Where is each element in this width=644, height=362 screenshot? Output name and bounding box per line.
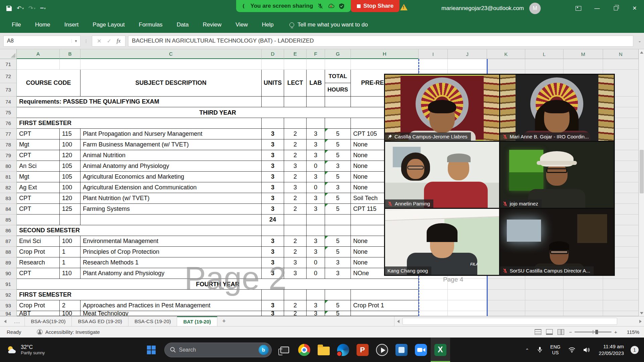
warning-icon[interactable] bbox=[400, 4, 408, 10]
save-icon[interactable] bbox=[6, 5, 12, 11]
row-header-75[interactable]: 75 bbox=[0, 107, 17, 118]
restore-button[interactable] bbox=[606, 0, 625, 16]
participant-tile-3[interactable]: Annelin Paming bbox=[385, 142, 499, 208]
excel-icon[interactable]: X bbox=[431, 338, 450, 362]
scroll-down-icon[interactable] bbox=[639, 310, 644, 316]
row-header-82[interactable]: 82 bbox=[0, 182, 17, 193]
column-header-E[interactable]: E bbox=[284, 49, 307, 59]
wifi-icon[interactable] bbox=[565, 338, 579, 362]
row-header-93[interactable]: 93 bbox=[0, 300, 17, 311]
photos-icon[interactable] bbox=[392, 338, 411, 362]
vertical-scrollbar[interactable] bbox=[639, 49, 644, 316]
column-header-M[interactable]: M bbox=[564, 49, 603, 59]
horizontal-scroll-thumb[interactable] bbox=[402, 318, 617, 325]
customize-toolbar-icon[interactable]: ▾ bbox=[40, 7, 46, 10]
row-header-81[interactable]: 81 bbox=[0, 172, 17, 182]
new-sheet-button[interactable]: + bbox=[217, 316, 231, 326]
sheet-list-ellipsis[interactable]: ... bbox=[10, 316, 25, 326]
page-break-preview-icon[interactable] bbox=[557, 329, 564, 335]
column-header-G[interactable]: G bbox=[325, 49, 351, 59]
sheet-tab-bsa-ag-ed-19-20-[interactable]: BSA AG ED (19-20) bbox=[72, 316, 128, 326]
scroll-right-icon[interactable] bbox=[637, 316, 644, 326]
ribbon-tab-review[interactable]: Review bbox=[196, 16, 229, 33]
column-header-A[interactable]: A bbox=[17, 49, 60, 59]
horizontal-scroll-track[interactable] bbox=[402, 316, 637, 326]
participant-tile-2[interactable]: Mari Anne B. Gojar - IRO Coordin... bbox=[500, 75, 614, 141]
row-header-86[interactable]: 86 bbox=[0, 225, 17, 236]
hidden-icons-chevron[interactable]: ⌃ bbox=[521, 338, 533, 362]
formula-bar-expand-icon[interactable]: ⌄ bbox=[635, 39, 644, 43]
sheet-tab-bat-19-20-[interactable]: BAT (19-20) bbox=[177, 316, 217, 326]
insert-function-icon[interactable]: fx bbox=[117, 38, 121, 44]
row-header-80[interactable]: 80 bbox=[0, 161, 17, 172]
row-header-91[interactable]: 91 bbox=[0, 279, 17, 290]
media-player-icon[interactable] bbox=[372, 338, 392, 362]
weather-widget[interactable]: 32°C Partly sunny bbox=[0, 338, 51, 362]
row-header-78[interactable]: 78 bbox=[0, 139, 17, 150]
column-header-L[interactable]: L bbox=[525, 49, 564, 59]
redo-icon[interactable]: ↷▾ bbox=[29, 5, 36, 12]
scroll-up-icon[interactable] bbox=[639, 49, 644, 55]
taskbar-search[interactable]: Search b bbox=[164, 343, 272, 357]
row-header-76[interactable]: 76 bbox=[0, 118, 17, 129]
row-header-85[interactable]: 85 bbox=[0, 215, 17, 225]
row-header-94[interactable]: 94 bbox=[0, 311, 17, 316]
select-all-corner[interactable] bbox=[0, 49, 17, 59]
row-header-92[interactable]: 92 bbox=[0, 290, 17, 300]
row-header-89[interactable]: 89 bbox=[0, 257, 17, 268]
ribbon-tab-home[interactable]: Home bbox=[28, 16, 57, 33]
volume-icon[interactable] bbox=[579, 338, 594, 362]
cancel-entry-icon[interactable]: ✕ bbox=[97, 38, 101, 44]
sheet-nav-left-icon[interactable] bbox=[0, 316, 10, 326]
close-button[interactable]: ✕ bbox=[625, 0, 644, 16]
row-header-88[interactable]: 88 bbox=[0, 247, 17, 257]
column-header-F[interactable]: F bbox=[307, 49, 325, 59]
participant-tile-4[interactable]: jojo martinez bbox=[500, 142, 614, 208]
zoom-in-icon[interactable]: + bbox=[614, 329, 617, 335]
edge-icon[interactable] bbox=[333, 338, 353, 362]
minimize-button[interactable]: — bbox=[588, 0, 606, 16]
row-header-79[interactable]: 79 bbox=[0, 150, 17, 161]
column-header-D[interactable]: D bbox=[262, 49, 284, 59]
video-call-panel[interactable]: Castilla Campus-Jerome LlabresMari Anne … bbox=[384, 74, 615, 276]
microphone-tray-icon[interactable] bbox=[533, 338, 546, 362]
tell-me-box[interactable]: Tell me what you want to do bbox=[289, 21, 368, 28]
stop-share-button[interactable]: Stop Share bbox=[351, 0, 399, 12]
task-view-icon[interactable] bbox=[275, 338, 294, 362]
zoom-app-icon[interactable] bbox=[411, 338, 431, 362]
row-header-71[interactable]: 71 bbox=[0, 59, 17, 70]
name-box[interactable]: A8 ▼ bbox=[3, 36, 80, 47]
avatar[interactable]: M bbox=[529, 3, 541, 14]
account-email[interactable]: marieannegojar23@outlook.com bbox=[441, 5, 524, 12]
bing-icon[interactable]: b bbox=[259, 345, 269, 355]
undo-icon[interactable]: ↶▾ bbox=[17, 5, 24, 12]
row-header-74[interactable]: 74 bbox=[0, 97, 17, 107]
normal-view-icon[interactable] bbox=[535, 329, 541, 335]
formula-input[interactable]: BACHELOR IN AGRICULTURAL TECHNOLOGY (BAT… bbox=[128, 36, 633, 47]
name-box-dropdown-icon[interactable]: ▼ bbox=[71, 39, 80, 43]
language-indicator[interactable]: ENG US bbox=[546, 338, 565, 362]
ribbon-tab-formulas[interactable]: Formulas bbox=[132, 16, 170, 33]
column-header-H[interactable]: H bbox=[351, 49, 419, 59]
ribbon-tab-file[interactable]: File bbox=[5, 16, 28, 33]
ribbon-tab-data[interactable]: Data bbox=[170, 16, 196, 33]
zoom-percent[interactable]: 115% bbox=[622, 329, 639, 335]
sheet-tab-bsa-as-19-20-[interactable]: BSA-AS(19-20) bbox=[25, 316, 72, 326]
ribbon-display-options-icon[interactable] bbox=[569, 0, 588, 16]
sheet-tab-bsa-cs-19-20-[interactable]: BSA-CS (19-20) bbox=[128, 316, 177, 326]
participant-tile-6[interactable]: SorSU Castilla Campus Director A... bbox=[500, 209, 614, 275]
zoom-out-icon[interactable]: − bbox=[569, 329, 572, 335]
column-header-C[interactable]: C bbox=[80, 49, 262, 59]
column-header-I[interactable]: I bbox=[419, 49, 448, 59]
row-header-72[interactable]: 72 bbox=[0, 70, 17, 83]
accessibility-status[interactable]: Accessibility: Investigate bbox=[37, 329, 100, 335]
chrome-icon[interactable] bbox=[294, 338, 314, 362]
row-header-73[interactable]: 73 bbox=[0, 83, 17, 97]
start-button[interactable] bbox=[142, 338, 161, 362]
row-header-84[interactable]: 84 bbox=[0, 204, 17, 215]
vertical-scroll-thumb[interactable] bbox=[640, 150, 644, 193]
participant-tile-1[interactable]: Castilla Campus-Jerome Llabres bbox=[385, 75, 499, 141]
ribbon-tab-view[interactable]: View bbox=[228, 16, 255, 33]
page-layout-view-icon[interactable] bbox=[546, 329, 553, 335]
participant-tile-5[interactable]: FILAKang Chang goog bbox=[385, 209, 499, 275]
